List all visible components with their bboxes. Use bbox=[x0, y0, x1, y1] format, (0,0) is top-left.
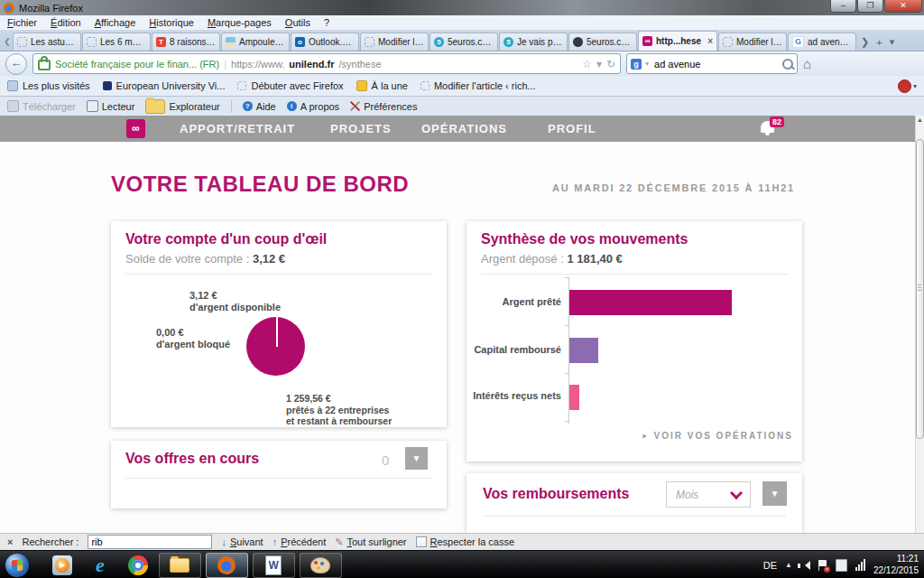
bookmark-item[interactable]: À la une bbox=[356, 80, 408, 91]
bar-argent-prete bbox=[569, 290, 732, 315]
bookmark-item[interactable]: Débuter avec Firefox bbox=[237, 80, 343, 91]
site-navigation: ∞ APPORT/RETRAIT PROJETS OPÉRATIONS PROF… bbox=[0, 116, 915, 142]
bookmark-most-visited[interactable]: Les plus visités bbox=[7, 80, 90, 91]
reload-icon[interactable]: ↻ bbox=[606, 58, 615, 70]
find-next-button[interactable]: ↓Suivant bbox=[221, 536, 263, 547]
firefox-taskbar-button[interactable] bbox=[206, 553, 248, 578]
menu-affichage[interactable]: Affichage bbox=[95, 17, 136, 28]
network-signal-icon[interactable] bbox=[855, 559, 865, 571]
nav-apport-retrait[interactable]: APPORT/RETRAIT bbox=[180, 122, 295, 135]
bookmark-star-icon[interactable]: ☆ bbox=[582, 58, 592, 70]
engine-dropdown-icon[interactable]: ▾ bbox=[645, 60, 649, 68]
media-player-button[interactable]: ▶ bbox=[52, 555, 72, 575]
menu-outils[interactable]: Outils bbox=[285, 17, 310, 28]
start-button[interactable] bbox=[5, 554, 29, 577]
download-button[interactable]: Télécharger bbox=[7, 100, 76, 112]
tab-close-icon[interactable]: × bbox=[707, 36, 713, 46]
pie-label-blocked: 0,00 €d'argent bloqué bbox=[156, 327, 230, 350]
addon-toolbar: Télécharger Lecteur Explorateur ?Aide iA… bbox=[0, 96, 924, 116]
maximize-button[interactable]: ❐ bbox=[857, 0, 883, 13]
updates-icon[interactable] bbox=[836, 559, 847, 572]
tab[interactable]: Gad avenue -... bbox=[788, 33, 856, 51]
paint-palette-icon bbox=[310, 557, 330, 573]
repayments-card: Vos remboursements Mois ▼ bbox=[467, 473, 802, 533]
screen: Mozilla Firefox – ❐ ✕ Fichier Édition Af… bbox=[0, 0, 924, 578]
tab[interactable]: Modifier l'ar... bbox=[360, 33, 429, 51]
action-center-icon[interactable]: × bbox=[818, 560, 827, 571]
notifications-count-badge[interactable]: 82 bbox=[770, 117, 784, 127]
explorer-taskbar-button[interactable] bbox=[159, 553, 201, 578]
repayments-card-title: Vos remboursements bbox=[483, 486, 629, 502]
new-tab-button[interactable]: + bbox=[876, 37, 882, 48]
tab[interactable]: Modifier l'ar... bbox=[718, 33, 787, 51]
findbar-close-icon[interactable]: × bbox=[7, 536, 13, 547]
help-button[interactable]: ?Aide bbox=[243, 101, 276, 112]
list-all-tabs-icon[interactable]: ▾ bbox=[890, 36, 895, 48]
find-previous-button[interactable]: ↑Précédent bbox=[273, 536, 327, 547]
chrome-button[interactable] bbox=[128, 555, 148, 575]
offers-expand-button[interactable]: ▼ bbox=[405, 447, 428, 470]
period-select[interactable]: Mois bbox=[666, 481, 751, 508]
menu-marque-pages[interactable]: Marque-pages bbox=[208, 17, 272, 28]
repayments-expand-button[interactable]: ▼ bbox=[762, 481, 787, 506]
explorer-button[interactable]: Explorateur bbox=[145, 99, 219, 114]
tab[interactable]: Ampoule 23... bbox=[221, 33, 290, 51]
adblock-button[interactable]: ▾ bbox=[898, 79, 917, 93]
unilend-logo[interactable]: ∞ bbox=[126, 119, 145, 138]
internet-explorer-button[interactable]: e bbox=[96, 555, 105, 575]
bookmark-item[interactable]: Modifier l'article ‹ rich... bbox=[420, 80, 536, 91]
reader-button[interactable]: Lecteur bbox=[87, 100, 135, 112]
home-icon[interactable]: ⌂ bbox=[803, 56, 811, 71]
tab-active-unilend[interactable]: ∞http...hese× bbox=[638, 31, 717, 51]
menu-historique[interactable]: Historique bbox=[149, 17, 194, 28]
offers-count: 0 bbox=[382, 452, 389, 468]
checkbox-icon[interactable] bbox=[416, 536, 427, 547]
scrollbar-thumb[interactable] bbox=[916, 139, 924, 439]
volume-icon[interactable] bbox=[800, 561, 810, 570]
nav-profil[interactable]: PROFIL bbox=[548, 122, 596, 135]
clock[interactable]: 11:2122/12/2015 bbox=[873, 554, 919, 576]
search-box[interactable]: g ▾ bbox=[626, 53, 798, 74]
word-taskbar-button[interactable]: W bbox=[253, 553, 295, 578]
see-operations-link[interactable]: ▸VOIR VOS OPÉRATIONS bbox=[642, 431, 793, 441]
close-button[interactable]: ✕ bbox=[884, 0, 922, 13]
menu-edition[interactable]: Édition bbox=[51, 17, 81, 28]
language-indicator[interactable]: DE bbox=[763, 560, 777, 571]
tab[interactable]: 55euros.com bbox=[430, 33, 498, 51]
minimize-button[interactable]: – bbox=[830, 0, 856, 13]
tab[interactable]: oOutlook.co... bbox=[291, 33, 359, 51]
url-bar[interactable]: Société française pour le finan... (FR) … bbox=[32, 53, 621, 74]
bar-label: Intérêts reçus nets bbox=[467, 390, 561, 401]
menu-fichier[interactable]: Fichier bbox=[7, 17, 37, 28]
back-button[interactable]: ← bbox=[5, 53, 27, 75]
chevron-down-icon bbox=[730, 486, 743, 499]
match-case-checkbox[interactable]: Respecter la casse bbox=[416, 536, 515, 547]
find-input[interactable] bbox=[88, 535, 212, 549]
tab[interactable]: Les 6 meille... bbox=[82, 33, 151, 51]
scroll-tabs-right-icon[interactable]: ❯ bbox=[861, 36, 869, 48]
tools-icon bbox=[350, 101, 360, 111]
tab[interactable]: T8 raisons m... bbox=[152, 33, 220, 51]
tab[interactable]: Les astuces ... bbox=[13, 33, 81, 51]
url-dropdown-icon[interactable]: ▾ bbox=[596, 58, 602, 70]
bookmark-item[interactable]: European University Vi... bbox=[103, 80, 226, 91]
unilend-favicon-icon: ∞ bbox=[642, 36, 652, 46]
preferences-button[interactable]: Préférences bbox=[350, 101, 417, 112]
search-engine-icon[interactable]: g bbox=[631, 59, 642, 70]
tab[interactable]: 5Je vais publi... bbox=[499, 33, 568, 51]
ssl-lock-icon bbox=[38, 60, 51, 70]
ev-identity-label[interactable]: Société française pour le finan... (FR) bbox=[55, 59, 219, 70]
nav-operations[interactable]: OPÉRATIONS bbox=[421, 122, 507, 135]
tray-expand-icon[interactable]: ▲ bbox=[785, 561, 792, 569]
menu-aide[interactable]: ? bbox=[324, 17, 329, 28]
highlight-all-button[interactable]: ✎Tout surligner bbox=[335, 536, 406, 548]
nav-projets[interactable]: PROJETS bbox=[330, 122, 392, 135]
search-input[interactable] bbox=[652, 58, 779, 70]
page-scrollbar[interactable]: ▲ bbox=[915, 116, 924, 533]
search-icon[interactable] bbox=[782, 59, 793, 70]
about-button[interactable]: iA propos bbox=[287, 101, 339, 112]
scroll-up-icon[interactable]: ▲ bbox=[916, 117, 924, 123]
tab[interactable]: 5euros.com... bbox=[568, 33, 637, 51]
paint-taskbar-button[interactable] bbox=[300, 553, 342, 578]
scroll-tabs-left-icon[interactable]: ❮ bbox=[2, 33, 13, 51]
